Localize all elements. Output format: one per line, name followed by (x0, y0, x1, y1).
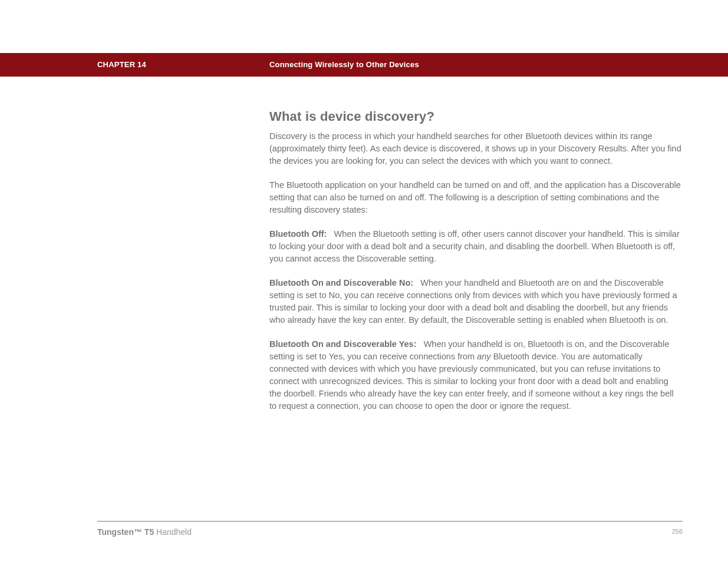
chapter-title: Connecting Wirelessly to Other Devices (269, 60, 419, 69)
intro-paragraph-1: Discovery is the process in which your h… (269, 130, 682, 167)
product-name: Tungsten™ T5 Handheld (97, 527, 192, 537)
section-heading: What is device discovery? (269, 109, 682, 124)
footer-divider (97, 521, 683, 522)
page-footer: Tungsten™ T5 Handheld 256 (97, 527, 683, 544)
bluetooth-discoverable-yes-paragraph: Bluetooth On and Discoverable Yes: When … (269, 338, 682, 412)
page-number: 256 (672, 528, 683, 535)
bluetooth-off-label: Bluetooth Off: (269, 229, 327, 239)
bluetooth-no-label: Bluetooth On and Discoverable No: (269, 278, 413, 287)
page: CHAPTER 14 Connecting Wirelessly to Othe… (0, 0, 728, 562)
intro-paragraph-2: The Bluetooth application on your handhe… (269, 179, 682, 216)
bluetooth-yes-label: Bluetooth On and Discoverable Yes: (269, 339, 417, 349)
bluetooth-yes-any: any (477, 352, 490, 361)
bluetooth-discoverable-no-paragraph: Bluetooth On and Discoverable No: When y… (269, 277, 682, 326)
product-name-bold: Tungsten™ T5 (97, 527, 154, 537)
main-content: What is device discovery? Discovery is t… (269, 109, 682, 424)
bluetooth-off-paragraph: Bluetooth Off: When the Bluetooth settin… (269, 228, 682, 265)
product-name-light: Handheld (154, 527, 192, 537)
chapter-header-bar: CHAPTER 14 Connecting Wirelessly to Othe… (0, 53, 728, 77)
bluetooth-off-text: When the Bluetooth setting is off, other… (269, 229, 680, 263)
chapter-label: CHAPTER 14 (97, 60, 146, 69)
